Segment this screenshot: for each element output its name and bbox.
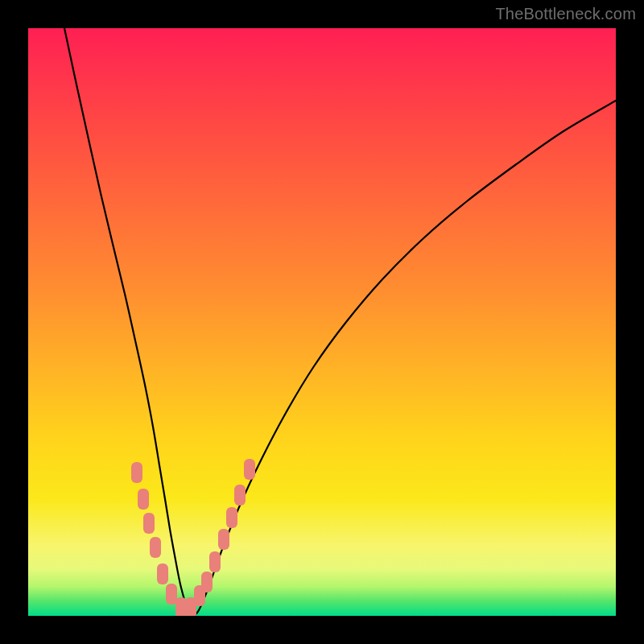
marker-bead [244, 459, 255, 480]
marker-bead [209, 551, 221, 572]
marker-bead [226, 507, 237, 528]
marker-bead [157, 564, 168, 584]
marker-bead [143, 513, 155, 534]
watermark-text: TheBottleneck.com [495, 5, 636, 23]
chart-svg [28, 28, 616, 616]
marker-bead [234, 485, 246, 506]
plot-area [28, 28, 616, 616]
chart-frame: TheBottleneck.com [0, 0, 644, 644]
marker-bead [131, 462, 142, 483]
marker-bead [201, 572, 213, 592]
marker-bead [150, 537, 161, 558]
marker-bead [166, 584, 177, 605]
marker-bead [175, 597, 187, 616]
marker-bead [218, 529, 229, 550]
marker-bead [138, 489, 149, 510]
marker-group [131, 459, 255, 616]
